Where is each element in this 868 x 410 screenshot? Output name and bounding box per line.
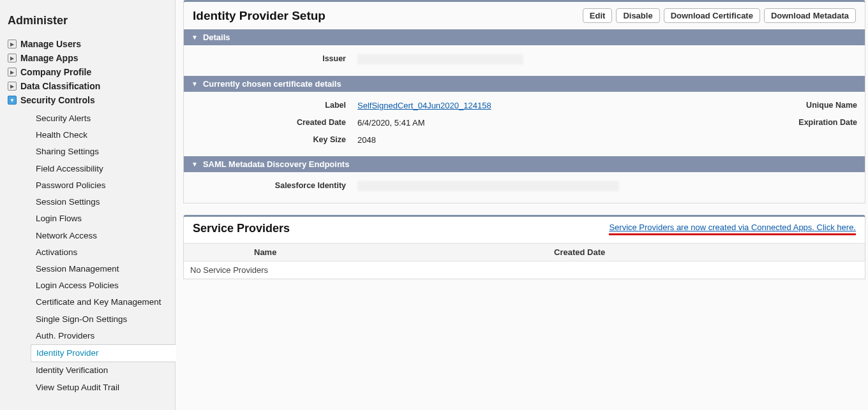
section-title: Currently chosen certificate details bbox=[203, 79, 341, 89]
cert-created-label: Created Date bbox=[191, 118, 357, 128]
sidebar-item-label: Manage Apps bbox=[20, 53, 79, 63]
sp-title: Service Providers bbox=[193, 222, 290, 235]
sidebar-item-view-setup-audit-trail[interactable]: View Setup Audit Trail bbox=[31, 379, 175, 396]
section-cert-details[interactable]: ▼ Currently chosen certificate details bbox=[184, 76, 865, 92]
sidebar-item-health-check[interactable]: Health Check bbox=[31, 127, 175, 143]
sidebar-item-login-flows[interactable]: Login Flows bbox=[31, 210, 175, 227]
sidebar-item-field-accessibility[interactable]: Field Accessibility bbox=[31, 161, 175, 177]
sf-identity-value bbox=[357, 181, 857, 191]
sidebar-item-data-classification[interactable]: ▶ Data Classification bbox=[8, 80, 175, 92]
chevron-down-icon: ▼ bbox=[191, 34, 198, 41]
cert-label-link[interactable]: SelfSignedCert_04Jun2020_124158 bbox=[357, 101, 491, 110]
sidebar-item-company-profile[interactable]: ▶ Company Profile bbox=[8, 66, 175, 78]
sidebar-item-security-controls[interactable]: ▼ Security Controls bbox=[8, 94, 175, 106]
section-saml-endpoints[interactable]: ▼ SAML Metadata Discovery Endpoints bbox=[184, 156, 865, 172]
sidebar-item-sso-settings[interactable]: Single Sign-On Settings bbox=[31, 311, 175, 328]
main-content: Identity Provider Setup Edit Disable Dow… bbox=[176, 0, 868, 410]
sidebar-item-manage-apps[interactable]: ▶ Manage Apps bbox=[8, 52, 175, 64]
sidebar-item-activations[interactable]: Activations bbox=[31, 244, 175, 261]
section-details[interactable]: ▼ Details bbox=[184, 29, 865, 45]
sidebar-item-session-settings[interactable]: Session Settings bbox=[31, 194, 175, 210]
issuer-value bbox=[357, 54, 857, 64]
sidebar-submenu-security: Security Alerts Health Check Sharing Set… bbox=[31, 110, 175, 396]
sidebar-item-label: Company Profile bbox=[20, 67, 91, 77]
sp-col-name[interactable]: Name bbox=[248, 244, 548, 261]
sidebar-item-certificate-key-management[interactable]: Certificate and Key Management bbox=[31, 294, 175, 311]
sidebar-item-identity-verification[interactable]: Identity Verification bbox=[31, 362, 175, 379]
sidebar-title: Administer bbox=[8, 14, 175, 27]
sidebar-item-label: Security Controls bbox=[20, 95, 95, 105]
chevron-down-icon: ▼ bbox=[191, 80, 198, 87]
chevron-down-icon: ▼ bbox=[191, 161, 198, 168]
download-metadata-button[interactable]: Download Metadata bbox=[764, 8, 856, 23]
cert-unique-name-label: Unique Name bbox=[806, 101, 857, 110]
sidebar-item-security-alerts[interactable]: Security Alerts bbox=[31, 110, 175, 127]
cert-label-label: Label bbox=[191, 101, 357, 110]
disable-button[interactable]: Disable bbox=[616, 8, 659, 23]
sidebar-item-session-management[interactable]: Session Management bbox=[31, 261, 175, 277]
expand-icon: ▶ bbox=[8, 40, 17, 48]
cert-keysize-value: 2048 bbox=[357, 135, 857, 145]
idp-setup-panel: Identity Provider Setup Edit Disable Dow… bbox=[183, 0, 865, 203]
section-title: Details bbox=[203, 33, 230, 42]
sidebar-item-password-policies[interactable]: Password Policies bbox=[31, 177, 175, 194]
sidebar-item-identity-provider[interactable]: Identity Provider bbox=[31, 344, 176, 362]
cert-created-value: 6/4/2020, 5:41 AM bbox=[357, 118, 774, 128]
cert-expiration-label: Expiration Date bbox=[798, 118, 857, 127]
table-row: No Service Providers bbox=[184, 261, 865, 279]
expand-icon: ▶ bbox=[8, 82, 17, 91]
sidebar-item-network-access[interactable]: Network Access bbox=[31, 228, 175, 244]
section-title: SAML Metadata Discovery Endpoints bbox=[203, 159, 349, 169]
idp-panel-header: Identity Provider Setup Edit Disable Dow… bbox=[184, 2, 865, 29]
sp-col-blank bbox=[184, 244, 248, 261]
download-certificate-button[interactable]: Download Certificate bbox=[664, 8, 760, 23]
sf-identity-label: Salesforce Identity bbox=[191, 181, 357, 190]
sidebar-item-login-access-policies[interactable]: Login Access Policies bbox=[31, 277, 175, 294]
issuer-label: Issuer bbox=[191, 54, 357, 63]
expand-icon: ▶ bbox=[8, 54, 17, 62]
sp-table: Name Created Date No Service Providers bbox=[184, 243, 865, 279]
edit-button[interactable]: Edit bbox=[583, 8, 613, 23]
sidebar: Administer ▶ Manage Users ▶ Manage Apps … bbox=[0, 0, 176, 410]
sidebar-item-sharing-settings[interactable]: Sharing Settings bbox=[31, 143, 175, 160]
expand-icon: ▶ bbox=[8, 68, 17, 77]
collapse-icon: ▼ bbox=[8, 96, 17, 105]
action-buttons: Edit Disable Download Certificate Downlo… bbox=[583, 8, 856, 23]
page-title: Identity Provider Setup bbox=[193, 9, 326, 23]
sidebar-item-label: Data Classification bbox=[20, 81, 100, 91]
cert-keysize-label: Key Size bbox=[191, 135, 357, 144]
sidebar-item-label: Manage Users bbox=[20, 39, 81, 49]
sp-col-created[interactable]: Created Date bbox=[548, 244, 865, 261]
sidebar-item-auth-providers[interactable]: Auth. Providers bbox=[31, 328, 175, 344]
sidebar-nav: ▶ Manage Users ▶ Manage Apps ▶ Company P… bbox=[8, 38, 175, 396]
sidebar-item-manage-users[interactable]: ▶ Manage Users bbox=[8, 38, 175, 50]
sp-empty-message: No Service Providers bbox=[184, 261, 865, 279]
sp-connected-apps-link[interactable]: Service Providers are now created via Co… bbox=[609, 223, 856, 235]
service-providers-panel: Service Providers Service Providers are … bbox=[183, 215, 865, 279]
